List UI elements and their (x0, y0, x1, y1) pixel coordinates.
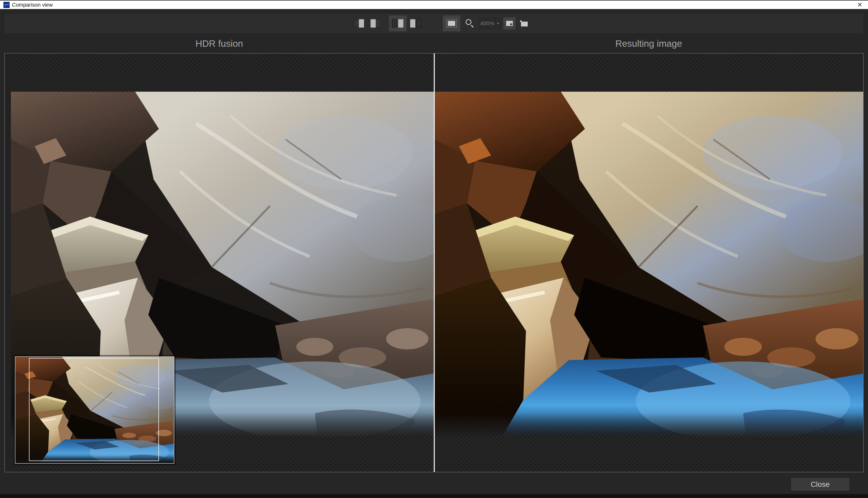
pane-divider (434, 53, 435, 472)
navigator-viewport-rect[interactable] (29, 358, 159, 461)
close-button[interactable]: Close (791, 478, 849, 490)
toolbar: 400% ▼ ⬉ (4, 14, 864, 33)
right-pane-label: Resulting image (434, 38, 864, 51)
actual-size-icon (506, 21, 513, 26)
window-close-icon[interactable]: ✕ (854, 1, 866, 9)
split-view-left-lit-button[interactable] (368, 15, 383, 31)
window-title: Comparison view (12, 2, 53, 8)
comparison-area (4, 53, 864, 472)
side-by-side-right-icon (392, 19, 404, 28)
left-pane-label: HDR fusion (4, 38, 434, 51)
zoom-level-combo[interactable]: 400% ▼ (479, 18, 501, 29)
combo-dropdown-icon[interactable]: ▼ (495, 22, 501, 25)
split-right-icon (354, 19, 364, 28)
comparison-view-window: HDR Comparison view ✕ (0, 0, 868, 498)
side-by-side-right-lit-button[interactable] (389, 15, 407, 31)
titlebar: HDR Comparison view ✕ (0, 0, 868, 9)
magnifier-icon (465, 18, 475, 28)
navigator-panel[interactable] (15, 356, 174, 464)
app-icon: HDR (3, 2, 10, 8)
actual-size-button[interactable] (503, 17, 516, 29)
split-view-right-lit-button[interactable] (351, 15, 366, 31)
bottom-strip (0, 494, 868, 498)
side-by-side-left-icon (410, 19, 422, 28)
split-left-icon (370, 19, 381, 28)
side-by-side-left-lit-button[interactable] (409, 15, 424, 31)
fit-to-window-button[interactable]: ⬉ (518, 17, 530, 29)
marching-ants-icon (446, 19, 457, 28)
show-selection-button[interactable] (443, 15, 460, 31)
zoom-tool-button[interactable] (462, 15, 477, 31)
zoom-level-value: 400% (480, 20, 495, 27)
resulting-image[interactable] (435, 92, 864, 437)
fit-to-window-icon: ⬉ (520, 20, 528, 27)
toolbar-controls: 400% ▼ ⬉ (351, 15, 530, 31)
